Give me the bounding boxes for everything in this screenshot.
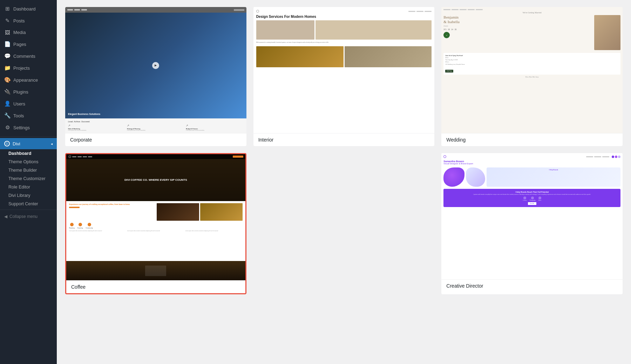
cof-nav-dot-1 [72, 156, 76, 157]
template-preview-corporate: Elegant Business Solutions ▶ Lead. Achiv… [65, 7, 246, 133]
cof-thumb-1 [157, 203, 199, 221]
cof-section-sourcing: Sourcing [77, 223, 83, 229]
cre-nav-link-1 [586, 156, 593, 157]
wed-text-section: Benjamin& Isabella Arzon 371 03 14 35 ✓ [443, 15, 592, 50]
sidebar-sub-item-theme-customizer[interactable]: Theme Customizer [0, 174, 57, 183]
wed-nav [443, 9, 620, 10]
cre-bottom-icon-photo: Photography [530, 197, 536, 201]
template-label-wedding: Wedding [441, 133, 623, 146]
template-card-coffee[interactable]: ⊙ DIVI COFFEE CO. WHERE EVERY SIP COUNTS [65, 153, 246, 294]
cof-sourcing-label: Sourcing [77, 227, 83, 229]
sidebar-sub-item-theme-builder[interactable]: Theme Builder [0, 166, 57, 174]
sidebar-item-settings[interactable]: ⚙ Settings [0, 122, 57, 133]
cof-section-community: Community [86, 223, 93, 229]
template-label-creative: Creative Director [441, 279, 623, 292]
sidebar-item-dashboard[interactable]: ⊞ Dashboard [0, 3, 57, 15]
cre-subtitle: Visual Designer & Brand Expert [443, 163, 620, 165]
sidebar-item-tools[interactable]: 🔧 Tools [0, 110, 57, 122]
sidebar-sub-item-role-editor[interactable]: Role Editor [0, 183, 57, 191]
int-img-2 [316, 20, 432, 40]
sidebar-item-pages[interactable]: 📄 Pages [0, 38, 57, 50]
int-logo-circle [256, 10, 259, 13]
template-label-corporate: Corporate [65, 133, 246, 146]
wed-invite-card: Join Us In Tying The Knot! When: Saturda… [443, 53, 620, 75]
sidebar-sub-item-support-center[interactable]: Support Center [0, 200, 57, 208]
cof-features: Experience our journey of crafting excep… [69, 203, 243, 221]
sidebar-sub-item-dashboard[interactable]: Dashboard [0, 149, 57, 158]
cre-shape-card: I Help Brands [487, 167, 620, 187]
cof-roasting-icon [70, 223, 74, 226]
cof-sourcing-icon [79, 223, 82, 226]
cre-bottom-card: I Help Brands Reach Their Full Potential… [443, 189, 620, 207]
cre-bottom-icon-courses: Courses [523, 197, 527, 201]
sidebar-item-plugins[interactable]: 🔌 Plugins [0, 86, 57, 98]
cre-nav-items [586, 156, 609, 157]
sidebar-item-media[interactable]: 🖼 Media [0, 27, 57, 38]
template-card-interior[interactable]: Design Services For Modern Homes With a … [253, 7, 435, 146]
cof-cta-btn [233, 156, 243, 158]
template-preview-wedding: We're Getting Married Benjamin& Isabella… [441, 7, 623, 133]
wed-date-details: Saturday, Aug 12 2023 [445, 59, 619, 61]
cof-feature-text: Experience our journey of crafting excep… [69, 203, 155, 221]
cof-nav-dot-2 [77, 156, 82, 157]
cre-bottom-icon-brand: Brand [538, 197, 541, 201]
wed-main-content: Benjamin& Isabella Arzon 371 03 14 35 ✓ [443, 15, 620, 50]
cof-nav-dot-4 [88, 156, 92, 157]
cre-courses-label: Courses [523, 200, 527, 201]
wed-nav-link-4 [468, 9, 475, 10]
cre-shape-light [466, 167, 485, 187]
wed-lower-section: Join Us In Tying The Knot! When: Saturda… [443, 53, 620, 78]
wed-where-label: Where: [445, 61, 619, 63]
appearance-icon: 🎨 [4, 77, 11, 83]
sidebar-item-projects[interactable]: 📁 Projects [0, 62, 57, 74]
wed-names: Benjamin& Isabella [443, 15, 592, 24]
sidebar-item-users[interactable]: 👤 Users [0, 98, 57, 110]
wed-rsvp-btn: RSVP Now [445, 70, 453, 73]
posts-icon: ✎ [4, 18, 11, 24]
corp-features: ↗ Sales & Marketing Lorem ipsum dolor si… [68, 124, 244, 131]
main-content: Elegant Business Solutions ▶ Lead. Achiv… [57, 0, 631, 364]
wed-date-row: 371 03 14 35 [443, 28, 592, 30]
corp-btn [234, 9, 244, 11]
corp-feature-3: ↗ Budget & Finance Lorem ipsum dolor sit… [186, 124, 243, 131]
sidebar-sub-item-divi-library[interactable]: Divi Library [0, 191, 57, 200]
sidebar-item-divi[interactable]: D Divi ◂ [0, 138, 57, 149]
cof-roasting-label: Roasting [69, 227, 75, 229]
sidebar-sub-item-theme-options[interactable]: Theme Options [0, 158, 57, 166]
wed-photo [594, 15, 620, 50]
cre-title-section: Samantha Bowen Visual Designer & Brand E… [443, 160, 620, 165]
template-card-wedding[interactable]: We're Getting Married Benjamin& Isabella… [441, 7, 623, 146]
cre-courses-icon [523, 197, 526, 199]
template-card-creative[interactable]: Samantha Bowen Visual Designer & Brand E… [441, 153, 623, 294]
template-preview-coffee: ⊙ DIVI COFFEE CO. WHERE EVERY SIP COUNTS [66, 154, 245, 280]
sidebar-item-comments[interactable]: 💬 Comments [0, 50, 57, 62]
cof-hero: DIVI COFFEE CO. WHERE EVERY SIP COUNTS [66, 159, 245, 201]
cof-nav-dot-3 [83, 156, 87, 157]
cre-nav-link-2 [594, 156, 601, 157]
template-card-corporate[interactable]: Elegant Business Solutions ▶ Lead. Achiv… [65, 7, 246, 146]
corp-feature-2: ↗ Strategy & Planning Lorem ipsum dolor … [127, 124, 184, 131]
media-icon: 🖼 [4, 29, 11, 35]
wed-nav-link-2 [452, 9, 459, 10]
cof-read-more [69, 207, 80, 208]
cof-content: Experience our journey of crafting excep… [66, 201, 245, 261]
wed-coming-soon: We're Getting Married [443, 12, 620, 14]
collapse-menu-button[interactable]: ◀ Collapse menu [0, 211, 57, 222]
cre-circle-3 [618, 156, 620, 158]
cof-text-col-1: Lorem ipsum dolor sit amet consectetur a… [69, 230, 126, 232]
wed-circle-check: ✓ [446, 34, 448, 36]
sidebar-item-posts[interactable]: ✎ Posts [0, 15, 57, 27]
template-preview-interior: Design Services For Modern Homes With a … [253, 7, 435, 133]
corp-feature-1: ↗ Sales & Marketing Lorem ipsum dolor si… [68, 124, 125, 131]
dashboard-icon: ⊞ [4, 6, 11, 12]
cof-section-roasting: Roasting [69, 223, 75, 229]
int-bottom-img-1 [256, 46, 344, 67]
cof-footer-placeholder [145, 266, 166, 276]
cof-community-label: Community [86, 227, 93, 229]
sidebar-item-appearance[interactable]: 🎨 Appearance [0, 74, 57, 86]
cof-nav: ⊙ [66, 154, 245, 159]
wed-date-35: 35 [455, 28, 457, 30]
cre-hire-btn: Hire Me [528, 202, 536, 205]
wed-story-label: How Ben Met Izzy [443, 76, 620, 78]
int-img-1 [256, 20, 314, 40]
